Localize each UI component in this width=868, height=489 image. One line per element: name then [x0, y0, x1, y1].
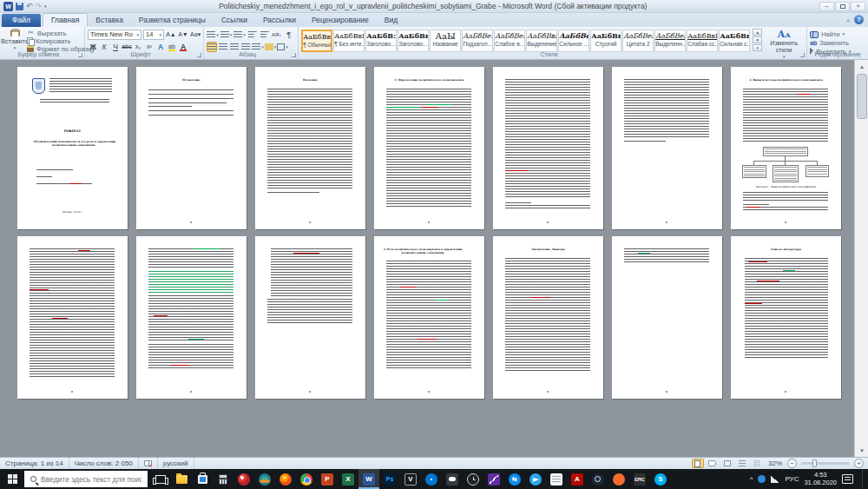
styles-dialog-launcher[interactable]	[800, 53, 805, 57]
outline-view-button[interactable]	[736, 459, 748, 468]
firefox-button[interactable]	[275, 469, 296, 489]
taskbar-search[interactable]	[24, 471, 148, 487]
paste-button[interactable]: Вставить ▾	[3, 29, 27, 50]
action-center-icon[interactable]	[842, 474, 853, 484]
page-thumbnail-1[interactable]: РЕФЕРАТ «Политический менеджмент и его р…	[17, 67, 128, 229]
start-button[interactable]	[0, 469, 24, 489]
style-heading1[interactable]: АаБбВ: Заголово...	[365, 30, 397, 52]
redo-icon[interactable]: ↷	[36, 3, 43, 10]
style-intense-quote[interactable]: АаБбВеГз Выделенн...	[654, 30, 686, 52]
vertical-scrollbar[interactable]: ▲ ▼	[854, 60, 868, 457]
steam-button[interactable]	[588, 469, 608, 489]
tab-references[interactable]: Ссылки	[214, 14, 255, 27]
show-marks-button[interactable]: ¶	[284, 30, 294, 40]
word-count[interactable]: Число слов: 2 050	[69, 458, 139, 469]
shrink-font-button[interactable]: А▼	[178, 30, 188, 40]
scrollbar-thumb[interactable]	[857, 74, 867, 119]
search-input[interactable]	[41, 475, 141, 484]
grow-font-button[interactable]: А▲	[166, 30, 176, 40]
style-heading2[interactable]: АаБбВв Заголово...	[398, 30, 429, 52]
change-styles-button[interactable]: АА Изменить стили ▾	[764, 29, 804, 50]
tray-chevron-icon[interactable]: ^	[750, 476, 753, 483]
decrease-indent-button[interactable]	[247, 30, 258, 40]
tab-mailings[interactable]: Рассылки	[255, 14, 304, 27]
acrobat-button[interactable]: A	[567, 469, 588, 489]
collapse-ribbon-icon[interactable]: ▵	[846, 17, 850, 23]
page-thumbnail-14[interactable]: Список литературы	[731, 236, 841, 399]
style-gallery-up-button[interactable]: ▲	[753, 29, 762, 36]
close-button[interactable]: ×	[851, 2, 865, 11]
ball-app-button[interactable]	[233, 469, 254, 489]
style-subtle-reference[interactable]: АаБбВвГг, Слабая сс...	[687, 30, 718, 52]
page-thumbnail-11[interactable]: 3. Роль политического менеджмента в упра…	[374, 236, 484, 399]
microsoft-store-button[interactable]	[192, 469, 213, 489]
draft-view-button[interactable]	[751, 459, 763, 468]
zoom-in-button[interactable]: +	[854, 459, 864, 468]
tab-view[interactable]: Вид	[377, 14, 405, 27]
epic-games-button[interactable]: EPIC	[629, 469, 650, 489]
page-indicator[interactable]: Страница: 1 из 14	[0, 458, 69, 469]
style-subtitle[interactable]: АаБбВе. Подзагол...	[462, 30, 493, 52]
word-button[interactable]: W	[358, 469, 379, 489]
print-layout-view-button[interactable]	[692, 459, 704, 468]
vegas-button[interactable]: V	[400, 469, 421, 489]
font-dialog-launcher[interactable]	[197, 53, 201, 57]
tab-home[interactable]: Главная	[43, 13, 88, 27]
page-thumbnail-9[interactable]	[136, 236, 247, 399]
file-explorer-button[interactable]	[171, 469, 192, 489]
skype-button[interactable]: S	[650, 469, 671, 489]
style-quote2[interactable]: АаБбВеГз Цитата 2	[622, 30, 654, 52]
style-subtle-emphasis[interactable]: АаБбВеГз Слабое в...	[494, 30, 525, 52]
page-thumbnail-8[interactable]	[17, 236, 128, 399]
style-title[interactable]: АаЫ Название	[430, 30, 461, 52]
style-intense-emphasis[interactable]: АаБбВеГз Сильное ...	[558, 30, 589, 52]
page-thumbnail-13[interactable]	[612, 236, 722, 399]
paragraph-dialog-launcher[interactable]	[292, 53, 296, 57]
undo-icon[interactable]: ↶	[26, 3, 33, 10]
tray-clock[interactable]: 4:53 31.08.2020	[804, 472, 837, 486]
tab-insert[interactable]: Вставка	[88, 14, 131, 27]
zoom-slider-thumb[interactable]	[812, 459, 817, 467]
help-icon[interactable]: ?	[854, 15, 864, 24]
vscode-button[interactable]	[483, 469, 504, 489]
numbering-button[interactable]: ▾	[220, 30, 233, 40]
language-switcher[interactable]: РУС	[785, 475, 799, 483]
task-view-button[interactable]	[150, 469, 171, 489]
font-size-combo[interactable]: 14▾	[143, 30, 164, 40]
scroll-up-icon[interactable]: ▲	[855, 60, 868, 73]
tab-file[interactable]: Файл	[2, 14, 41, 27]
discord-button[interactable]	[442, 469, 463, 489]
web-layout-view-button[interactable]	[721, 459, 733, 468]
style-emphasis[interactable]: АаБбВвГг Выделение	[526, 30, 557, 52]
notepad-button[interactable]	[546, 469, 567, 489]
style-normal[interactable]: АаБбВвГг, ¶ Обычный	[301, 30, 332, 52]
page-thumbnail-5[interactable]	[493, 67, 603, 229]
page-thumbnail-3[interactable]: Введение	[255, 67, 365, 229]
change-case-button[interactable]: Аа▾	[190, 30, 201, 40]
sort-button[interactable]: АЯ↓	[272, 30, 282, 40]
style-gallery-down-button[interactable]: ▼	[753, 36, 762, 43]
zoom-out-button[interactable]: −	[787, 459, 797, 468]
style-intense-reference[interactable]: АаБбВвГг, Сильная с...	[719, 30, 750, 52]
font-family-combo[interactable]: Times New Ro▾	[88, 30, 141, 40]
blue-dots-app-button[interactable]	[421, 469, 442, 489]
teamviewer-button[interactable]: ⇆	[504, 469, 525, 489]
save-icon[interactable]	[16, 3, 23, 10]
telegram-button[interactable]	[525, 469, 546, 489]
zoom-level[interactable]: 32%	[766, 459, 785, 467]
find-button[interactable]: Найти▾	[810, 30, 865, 37]
tab-page-layout[interactable]: Разметка страницы	[131, 14, 214, 27]
page-thumbnail-6[interactable]	[612, 67, 722, 229]
page-thumbnail-2[interactable]: Оглавление	[136, 67, 247, 229]
page-thumbnail-7[interactable]: 2. Виды и методы политического менеджмен…	[731, 67, 841, 229]
origin-button[interactable]	[608, 469, 629, 489]
network-icon[interactable]	[771, 476, 779, 483]
reading-view-button[interactable]	[707, 459, 719, 468]
show-desktop-button[interactable]	[862, 469, 866, 489]
scroll-down-icon[interactable]: ▼	[855, 444, 868, 457]
replace-button[interactable]: ab Заменить	[810, 39, 865, 46]
clipboard-dialog-launcher[interactable]	[78, 53, 82, 57]
powerpoint-button[interactable]: P	[317, 469, 338, 489]
tray-app-icon[interactable]	[758, 475, 766, 483]
page-thumbnail-10[interactable]	[255, 236, 365, 399]
